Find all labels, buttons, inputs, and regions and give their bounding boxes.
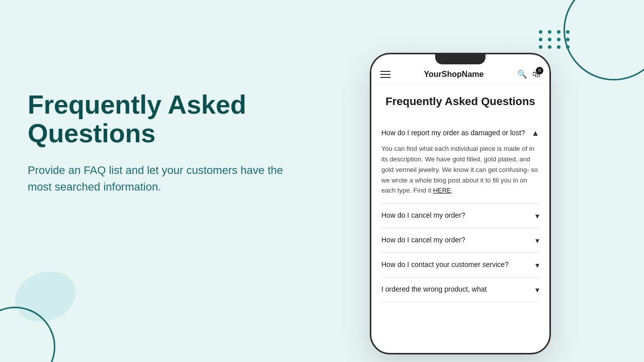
faq-question-text-5: I ordered the wrong product, what — [381, 285, 535, 295]
decorative-dots — [539, 30, 571, 49]
faq-question-text-2: How do I cancel my order? — [381, 211, 535, 221]
shop-brand-name: YourShopName — [424, 70, 484, 79]
faq-answer-1: You can find what each individual piece … — [381, 144, 539, 196]
faq-item-1: How do I report my order as damaged or l… — [381, 121, 539, 204]
faq-chevron-3: ▾ — [535, 236, 539, 245]
page-subtext: Provide an FAQ list and let your custome… — [28, 162, 289, 195]
faq-chevron-1: ▲ — [531, 129, 539, 138]
faq-question-text-4: How do I contact your customer service? — [381, 260, 535, 270]
faq-chevron-2: ▾ — [535, 211, 539, 221]
faq-question-text-1: How do I report my order as damaged or l… — [381, 128, 531, 138]
faq-question-row-3[interactable]: How do I cancel my order? ▾ — [381, 235, 539, 245]
faq-answer-link[interactable]: HERE — [433, 187, 451, 194]
search-icon[interactable]: 🔍 — [517, 69, 527, 79]
faq-question-row-1[interactable]: How do I report my order as damaged or l… — [381, 128, 539, 138]
faq-item-2: How do I cancel my order? ▾ — [381, 204, 539, 228]
faq-chevron-5: ▾ — [535, 285, 539, 295]
left-content-section: Frequently Asked Questions Provide an FA… — [28, 90, 289, 195]
faq-chevron-4: ▾ — [535, 260, 539, 270]
phone-notch — [435, 54, 486, 64]
phone-mockup: YourShopName 🔍 🛍 0 Frequently Asked Ques… — [370, 53, 551, 354]
faq-item-4: How do I contact your customer service? … — [381, 253, 539, 278]
hamburger-menu-icon[interactable] — [380, 71, 390, 78]
cart-icon[interactable]: 🛍 0 — [532, 70, 540, 79]
phone-navbar: YourShopName 🔍 🛍 0 — [371, 64, 549, 84]
faq-page-title: Frequently Asked Questions — [381, 95, 539, 109]
cart-badge-count: 0 — [536, 67, 543, 74]
page-heading: Frequently Asked Questions — [28, 90, 289, 148]
faq-question-text-3: How do I cancel my order? — [381, 235, 535, 245]
faq-question-row-4[interactable]: How do I contact your customer service? … — [381, 260, 539, 270]
navbar-icons: 🔍 🛍 0 — [517, 69, 540, 79]
faq-question-row-2[interactable]: How do I cancel my order? ▾ — [381, 211, 539, 221]
phone-content-area: Frequently Asked Questions How do I repo… — [371, 84, 549, 348]
faq-item-5: I ordered the wrong product, what ▾ — [381, 278, 539, 302]
faq-item-3: How do I cancel my order? ▾ — [381, 228, 539, 253]
decorative-circle-top-right — [564, 0, 644, 80]
faq-question-row-5[interactable]: I ordered the wrong product, what ▾ — [381, 285, 539, 295]
